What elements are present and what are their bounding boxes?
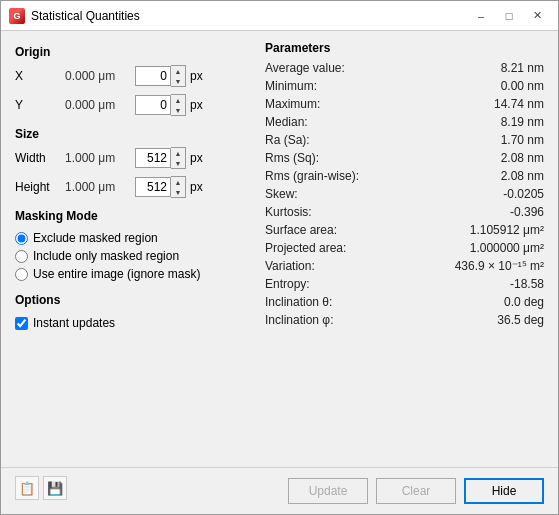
param-label-6: Rms (grain-wise):	[265, 169, 454, 183]
param-row: Rms (Sq):2.08 nm	[265, 150, 544, 168]
masking-radio-0[interactable]	[15, 232, 28, 245]
window-controls: – □ ✕	[468, 5, 550, 27]
width-spin-up[interactable]: ▲	[171, 148, 185, 158]
height-value: 1.000 μm	[65, 180, 135, 194]
update-button[interactable]: Update	[288, 478, 368, 504]
minimize-button[interactable]: –	[468, 5, 494, 27]
hide-button[interactable]: Hide	[464, 478, 544, 504]
param-row: Kurtosis:-0.396	[265, 204, 544, 222]
y-spin-up[interactable]: ▲	[171, 95, 185, 105]
width-px-label: px	[190, 151, 203, 165]
width-spin-down[interactable]: ▼	[171, 158, 185, 168]
param-label-3: Median:	[265, 115, 454, 129]
param-row: Minimum:0.00 nm	[265, 78, 544, 96]
param-value-4: 1.70 nm	[454, 133, 544, 147]
y-input[interactable]	[135, 95, 171, 115]
instant-updates-row[interactable]: Instant updates	[15, 316, 245, 330]
param-value-6: 2.08 nm	[454, 169, 544, 183]
param-value-1: 0.00 nm	[454, 79, 544, 93]
height-spin-up[interactable]: ▲	[171, 177, 185, 187]
masking-option-0[interactable]: Exclude masked region	[15, 231, 245, 245]
param-value-2: 14.74 nm	[454, 97, 544, 111]
save-icon-button[interactable]: 💾	[43, 476, 67, 500]
y-px-label: px	[190, 98, 203, 112]
masking-radio-group: Exclude masked region Include only maske…	[15, 231, 245, 281]
param-label-14: Inclination φ:	[265, 313, 454, 327]
x-value: 0.000 μm	[65, 69, 135, 83]
param-value-10: 1.000000 μm²	[454, 241, 544, 255]
param-value-13: 0.0 deg	[454, 295, 544, 309]
x-input[interactable]	[135, 66, 171, 86]
clear-button[interactable]: Clear	[376, 478, 456, 504]
masking-option-0-label: Exclude masked region	[33, 231, 158, 245]
param-row: Average value:8.21 nm	[265, 60, 544, 78]
param-value-12: -18.58	[454, 277, 544, 291]
param-row: Rms (grain-wise):2.08 nm	[265, 168, 544, 186]
param-label-7: Skew:	[265, 187, 454, 201]
height-spin-down[interactable]: ▼	[171, 187, 185, 197]
statistical-quantities-window: G Statistical Quantities – □ ✕ Origin X …	[0, 0, 559, 515]
param-row: Entropy:-18.58	[265, 276, 544, 294]
param-value-3: 8.19 nm	[454, 115, 544, 129]
param-label-13: Inclination θ:	[265, 295, 454, 309]
x-spin-down[interactable]: ▼	[171, 76, 185, 86]
param-label-9: Surface area:	[265, 223, 454, 237]
app-icon: G	[9, 8, 25, 24]
param-row: Variation:436.9 × 10⁻¹⁵ m²	[265, 258, 544, 276]
x-spinbox: ▲ ▼	[135, 65, 186, 87]
x-spin-up[interactable]: ▲	[171, 66, 185, 76]
copy-icon-button[interactable]: 📋	[15, 476, 39, 500]
height-label: Height	[15, 180, 65, 194]
close-button[interactable]: ✕	[524, 5, 550, 27]
height-row: Height 1.000 μm ▲ ▼ px	[15, 176, 245, 198]
height-input[interactable]	[135, 177, 171, 197]
origin-title: Origin	[15, 45, 245, 59]
left-panel: Origin X 0.000 μm ▲ ▼ px Y 0.000 μm	[15, 41, 245, 457]
window-title: Statistical Quantities	[31, 9, 468, 23]
height-spin-buttons: ▲ ▼	[171, 176, 186, 198]
width-value: 1.000 μm	[65, 151, 135, 165]
param-row: Maximum:14.74 nm	[265, 96, 544, 114]
masking-option-1-label: Include only masked region	[33, 249, 179, 263]
param-row: Skew:-0.0205	[265, 186, 544, 204]
y-spinbox: ▲ ▼	[135, 94, 186, 116]
main-content: Origin X 0.000 μm ▲ ▼ px Y 0.000 μm	[1, 31, 558, 467]
width-spin-buttons: ▲ ▼	[171, 147, 186, 169]
param-row: Inclination θ:0.0 deg	[265, 294, 544, 312]
right-panel: Parameters Average value:8.21 nmMinimum:…	[265, 41, 544, 457]
masking-option-2[interactable]: Use entire image (ignore mask)	[15, 267, 245, 281]
width-spinbox: ▲ ▼	[135, 147, 186, 169]
param-value-5: 2.08 nm	[454, 151, 544, 165]
param-row: Inclination φ:36.5 deg	[265, 312, 544, 330]
masking-radio-2[interactable]	[15, 268, 28, 281]
param-value-14: 36.5 deg	[454, 313, 544, 327]
param-label-4: Ra (Sa):	[265, 133, 454, 147]
width-input[interactable]	[135, 148, 171, 168]
size-title: Size	[15, 127, 245, 141]
y-spin-down[interactable]: ▼	[171, 105, 185, 115]
maximize-button[interactable]: □	[496, 5, 522, 27]
param-row: Ra (Sa):1.70 nm	[265, 132, 544, 150]
instant-updates-checkbox[interactable]	[15, 317, 28, 330]
param-value-7: -0.0205	[454, 187, 544, 201]
width-label: Width	[15, 151, 65, 165]
titlebar: G Statistical Quantities – □ ✕	[1, 1, 558, 31]
masking-title: Masking Mode	[15, 209, 245, 223]
y-spin-buttons: ▲ ▼	[171, 94, 186, 116]
save-icon: 💾	[47, 481, 63, 496]
param-value-0: 8.21 nm	[454, 61, 544, 75]
masking-radio-1[interactable]	[15, 250, 28, 263]
y-value: 0.000 μm	[65, 98, 135, 112]
footer-icon-area: 📋 💾	[15, 476, 67, 500]
height-px-label: px	[190, 180, 203, 194]
masking-option-1[interactable]: Include only masked region	[15, 249, 245, 263]
height-spinbox: ▲ ▼	[135, 176, 186, 198]
param-value-8: -0.396	[454, 205, 544, 219]
param-label-1: Minimum:	[265, 79, 454, 93]
footer: 📋 💾 Update Clear Hide	[1, 467, 558, 514]
x-row: X 0.000 μm ▲ ▼ px	[15, 65, 245, 87]
param-label-12: Entropy:	[265, 277, 454, 291]
copy-icon: 📋	[19, 481, 35, 496]
instant-updates-label: Instant updates	[33, 316, 115, 330]
x-spin-buttons: ▲ ▼	[171, 65, 186, 87]
